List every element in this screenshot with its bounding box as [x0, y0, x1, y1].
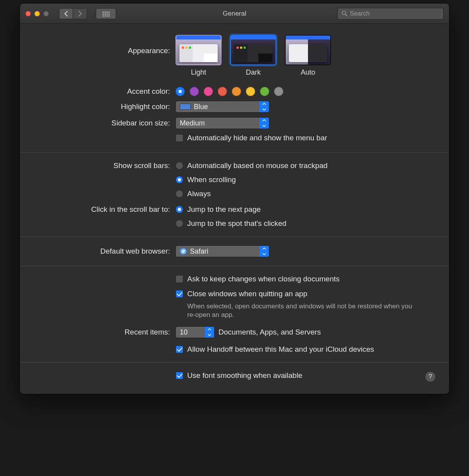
- stepper-icon: [205, 327, 214, 338]
- highlight-label: Highlight color:: [37, 102, 175, 111]
- titlebar: General Search: [20, 4, 449, 24]
- appearance-options: Light Dark Auto: [175, 35, 432, 77]
- back-button[interactable]: [59, 8, 73, 19]
- clickscroll-next-radio[interactable]: [175, 206, 183, 213]
- search-placeholder: Search: [350, 10, 370, 17]
- clickscroll-label: Click in the scroll bar to:: [37, 205, 175, 214]
- recent-label: Recent items:: [37, 328, 175, 336]
- close-window-button[interactable]: [25, 11, 31, 16]
- clickscroll-spot-radio[interactable]: [175, 220, 183, 227]
- search-field[interactable]: Search: [337, 8, 444, 20]
- sidebar-icon-select[interactable]: Medium: [175, 117, 269, 129]
- clickscroll-next-label: Jump to the next page: [187, 205, 261, 214]
- ask-keep-checkbox[interactable]: [175, 275, 183, 283]
- scrollbars-always-label: Always: [187, 190, 211, 198]
- minimize-window-button[interactable]: [34, 11, 40, 16]
- svg-point-8: [102, 15, 104, 16]
- help-button[interactable]: ?: [425, 371, 436, 382]
- scrollbars-scrolling-radio[interactable]: [175, 176, 183, 184]
- appearance-light-label: Light: [191, 68, 206, 77]
- svg-point-12: [342, 11, 346, 15]
- browser-value: Safari: [190, 247, 208, 256]
- font-smoothing-checkbox[interactable]: [175, 372, 183, 379]
- appearance-auto[interactable]: [285, 35, 331, 65]
- recent-items-select[interactable]: 10: [175, 326, 215, 338]
- recent-value: 10: [180, 328, 188, 336]
- scrollbars-scrolling-label: When scrolling: [187, 175, 236, 184]
- grid-icon: [102, 11, 110, 16]
- zoom-window-button[interactable]: [43, 11, 49, 16]
- close-windows-label: Close windows when quitting an app: [187, 290, 307, 298]
- appearance-light[interactable]: [175, 35, 222, 65]
- accent-color-3[interactable]: [218, 87, 227, 96]
- svg-point-2: [106, 11, 107, 13]
- svg-point-7: [108, 13, 109, 14]
- svg-point-1: [104, 11, 106, 13]
- accent-label: Accent color:: [37, 87, 175, 96]
- autohide-menubar-label: Automatically hide and show the menu bar: [187, 134, 327, 142]
- close-windows-checkbox[interactable]: [175, 290, 183, 298]
- font-smoothing-label: Use font smoothing when available: [187, 371, 303, 380]
- accent-color-5[interactable]: [246, 87, 255, 96]
- show-all-button[interactable]: [96, 8, 116, 19]
- accent-color-row: [175, 87, 283, 96]
- stepper-icon: [260, 118, 269, 129]
- clickscroll-spot-label: Jump to the spot that's clicked: [187, 219, 286, 228]
- svg-point-4: [102, 13, 104, 14]
- autohide-menubar-checkbox[interactable]: [175, 134, 183, 142]
- svg-point-10: [106, 15, 107, 16]
- safari-icon: [180, 248, 187, 255]
- accent-color-0[interactable]: [175, 87, 185, 96]
- accent-color-1[interactable]: [190, 87, 199, 96]
- highlight-color-select[interactable]: Blue: [175, 101, 269, 113]
- svg-point-5: [104, 13, 106, 14]
- window-title: General: [223, 10, 246, 18]
- scrollbars-always-radio[interactable]: [175, 190, 183, 198]
- svg-point-11: [108, 15, 109, 16]
- svg-point-6: [106, 13, 107, 14]
- preferences-window: General Search Appearance: Light: [20, 3, 449, 394]
- sidebar-icon-label: Sidebar icon size:: [37, 119, 175, 127]
- forward-button[interactable]: [73, 8, 87, 19]
- recent-suffix: Documents, Apps, and Servers: [218, 328, 321, 336]
- sidebar-icon-value: Medium: [180, 119, 205, 127]
- nav-buttons: [59, 8, 87, 19]
- scrollbars-auto-label: Automatically based on mouse or trackpad: [187, 161, 328, 170]
- appearance-dark[interactable]: [230, 35, 276, 65]
- accent-color-4[interactable]: [232, 87, 241, 96]
- highlight-value: Blue: [194, 103, 208, 111]
- search-icon: [342, 11, 347, 16]
- accent-color-6[interactable]: [260, 87, 269, 96]
- accent-color-2[interactable]: [204, 87, 213, 96]
- browser-label: Default web browser:: [37, 247, 175, 256]
- traffic-lights: [25, 11, 49, 16]
- svg-point-9: [104, 15, 106, 16]
- handoff-label: Allow Handoff between this Mac and your …: [187, 345, 374, 354]
- highlight-swatch: [180, 104, 191, 110]
- appearance-label: Appearance:: [37, 35, 175, 55]
- accent-color-7[interactable]: [274, 87, 283, 96]
- handoff-checkbox[interactable]: [175, 345, 183, 353]
- content: Appearance: Light Dark Auto: [20, 24, 449, 394]
- browser-select[interactable]: Safari: [175, 245, 269, 257]
- ask-keep-label: Ask to keep changes when closing documen…: [187, 275, 340, 283]
- close-windows-sublabel: When selected, open documents and window…: [187, 302, 414, 319]
- scrollbars-auto-radio[interactable]: [175, 162, 183, 170]
- appearance-dark-label: Dark: [246, 68, 261, 77]
- stepper-icon: [260, 101, 269, 112]
- svg-point-3: [108, 11, 109, 13]
- scrollbars-label: Show scroll bars:: [37, 161, 175, 170]
- svg-point-0: [102, 11, 104, 13]
- svg-line-13: [345, 14, 347, 16]
- stepper-icon: [260, 246, 269, 257]
- appearance-auto-label: Auto: [301, 68, 315, 77]
